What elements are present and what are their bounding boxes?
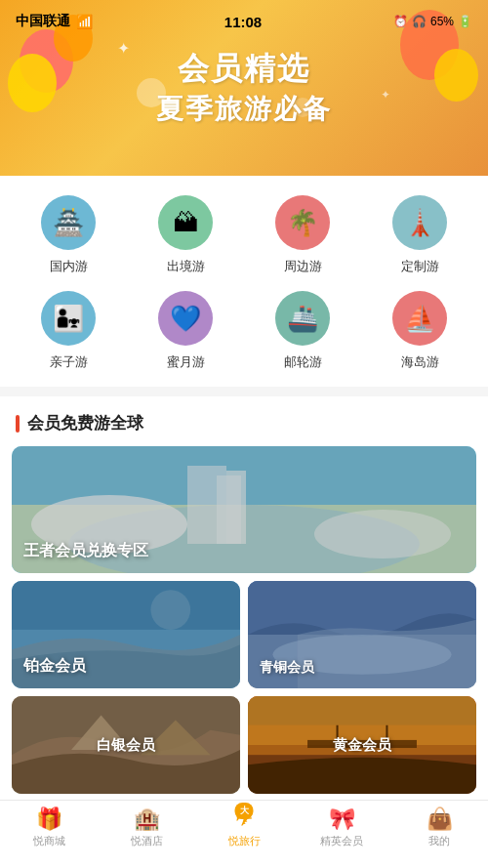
tab-mine[interactable]: 👜 我的: [390, 808, 488, 848]
tab-mine-label: 我的: [428, 834, 450, 848]
category-domestic[interactable]: 🏯 国内游: [10, 195, 127, 275]
category-custom-icon: 🗼: [392, 195, 447, 250]
card-gold[interactable]: 黄金会员: [248, 696, 476, 794]
member-section-title: 会员免费游全球: [27, 412, 143, 434]
card-king[interactable]: 王者会员兑换专区: [12, 446, 476, 573]
tab-mall-icon: 🎁: [36, 808, 62, 830]
status-battery: ⏰ 🎧 65% 🔋: [393, 15, 472, 28]
banner-line1: 会员精选: [156, 48, 332, 91]
card-gold-label: 黄金会员: [333, 736, 391, 755]
card-bronze-label: 青铜会员: [260, 659, 314, 677]
category-honeymoon[interactable]: 💙 蜜月游: [127, 291, 244, 371]
category-island-label: 海岛游: [401, 353, 439, 371]
tab-member[interactable]: 🎀 精英会员: [293, 808, 390, 848]
category-cruise-icon: 🚢: [275, 291, 330, 346]
alarm-icon: ⏰: [393, 15, 408, 28]
card-silver-label: 白银会员: [97, 736, 155, 755]
card-silver[interactable]: 白银会员: [12, 696, 240, 794]
card-platinum-label: 铂金会员: [23, 656, 86, 677]
category-domestic-icon: 🏯: [41, 195, 96, 250]
category-family-icon: 👨‍👧: [41, 291, 96, 346]
category-cruise-label: 邮轮游: [284, 353, 322, 371]
tab-mall[interactable]: 🎁 悦商城: [0, 808, 98, 848]
status-time: 11:08: [224, 14, 262, 30]
tab-member-icon: 🎀: [329, 808, 355, 830]
tab-hotel-label: 悦酒店: [131, 834, 163, 848]
category-grid: 🏯 国内游 🏔 出境游 🌴 周边游 🗼 定制游 👨‍👧 亲子游 💙: [10, 195, 478, 371]
category-overseas[interactable]: 🏔 出境游: [127, 195, 244, 275]
category-nearby[interactable]: 🌴 周边游: [244, 195, 361, 275]
tab-member-label: 精英会员: [320, 834, 363, 848]
category-honeymoon-icon: 💙: [158, 291, 213, 346]
category-island[interactable]: ⛵ 海岛游: [361, 291, 478, 371]
wifi-icon: 📶: [76, 14, 93, 29]
tab-mall-label: 悦商城: [33, 834, 65, 848]
tab-travel-label: 悦旅行: [228, 834, 261, 848]
category-island-icon: ⛵: [392, 291, 447, 346]
card-king-label: 王者会员兑换专区: [23, 541, 148, 561]
status-bar: 中国联通 📶 11:08 ⏰ 🎧 65% 🔋: [0, 0, 488, 43]
member-section-header: 会员免费游全球: [0, 396, 488, 446]
status-carrier: 中国联通 📶: [16, 13, 93, 30]
tab-bar: 🎁 悦商城 🏨 悦酒店 ✈ 大 悦旅行 🎀 精英会员 👜 我的: [0, 800, 488, 868]
category-overseas-icon: 🏔: [158, 195, 213, 250]
battery-icon: 🔋: [458, 15, 472, 28]
card-platinum[interactable]: 铂金会员: [12, 581, 240, 688]
tab-hotel-icon: 🏨: [134, 808, 160, 830]
tab-travel[interactable]: ✈ 大 悦旅行: [195, 808, 293, 848]
category-domestic-label: 国内游: [50, 258, 88, 275]
category-honeymoon-label: 蜜月游: [167, 353, 205, 371]
category-cruise[interactable]: 🚢 邮轮游: [244, 291, 361, 371]
balloon-yellow2: [434, 49, 478, 102]
category-nearby-label: 周边游: [284, 258, 322, 275]
category-family-label: 亲子游: [50, 353, 88, 371]
category-custom-label: 定制游: [401, 258, 439, 275]
category-overseas-label: 出境游: [167, 258, 205, 275]
headphone-icon: 🎧: [412, 15, 427, 28]
tab-mine-icon: 👜: [427, 808, 453, 830]
category-family[interactable]: 👨‍👧 亲子游: [10, 291, 127, 371]
tab-travel-badge: 大: [235, 803, 254, 819]
star-deco2: ✦: [381, 88, 390, 102]
category-nearby-icon: 🌴: [275, 195, 330, 250]
banner-line2: 夏季旅游必备: [156, 91, 332, 128]
balloon-yellow: [8, 54, 57, 112]
category-section: 🏯 国内游 🏔 出境游 🌴 周边游 🗼 定制游 👨‍👧 亲子游 💙: [0, 176, 488, 387]
category-custom[interactable]: 🗼 定制游: [361, 195, 478, 275]
banner-title: 会员精选 夏季旅游必备: [156, 48, 332, 128]
card-bronze[interactable]: 青铜会员: [248, 581, 476, 688]
tab-hotel[interactable]: 🏨 悦酒店: [98, 808, 195, 848]
section-bar: [16, 415, 20, 433]
